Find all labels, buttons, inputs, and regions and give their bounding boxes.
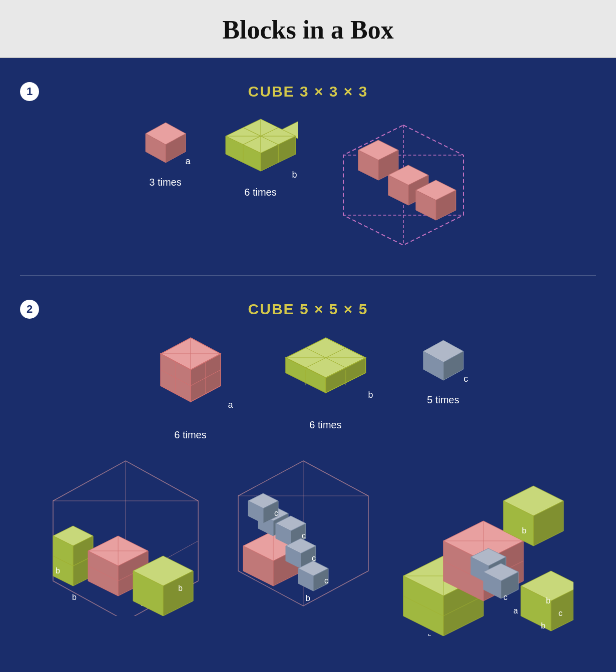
svg-text:c: c [274, 509, 278, 517]
section2-block-a-svg: a [146, 333, 236, 425]
section2-c-letter: c [464, 374, 468, 384]
block-b-letter: b [292, 170, 297, 180]
section1-block-a: a 3 times [138, 115, 193, 188]
section1-block-a-svg: a [138, 115, 193, 173]
svg-text:c: c [558, 609, 562, 617]
section1-block-b-svg: b [223, 115, 298, 183]
section2-block-b-count: 6 times [309, 419, 341, 431]
assembly-1: b b a [43, 456, 208, 618]
page-title: Blocks in a Box [10, 15, 606, 45]
main-content: 1 CUBE 3 × 3 × 3 a 3 t [0, 58, 616, 672]
section1-title: CUBE 3 × 3 × 3 [20, 83, 596, 100]
section1-block-b-count: 6 times [244, 187, 276, 198]
page-header: Blocks in a Box [0, 0, 616, 58]
section1-block-b: b 6 times [223, 115, 298, 198]
section2-block-a: a 6 times [146, 333, 236, 441]
svg-text:b: b [541, 621, 545, 630]
section2-bottom-row: b b a [20, 456, 596, 638]
svg-text:c: c [503, 593, 507, 601]
svg-text:b: b [306, 594, 310, 602]
section2-block-b: b 6 times [276, 333, 376, 431]
svg-text:b: b [546, 596, 550, 605]
section2-block-a-count: 6 times [174, 429, 206, 441]
section2-block-c: c 5 times [416, 333, 471, 406]
section2-a-letter: a [228, 400, 233, 410]
svg-text:b: b [522, 526, 526, 535]
section2-block-c-count: 5 times [427, 394, 459, 406]
svg-text:b: b [72, 593, 77, 601]
section-number-1: 1 [20, 82, 39, 101]
section-number-2: 2 [20, 300, 39, 319]
section2-title: CUBE 5 × 5 × 5 [20, 301, 596, 318]
section2-b-letter: b [368, 390, 373, 400]
section-1: 1 CUBE 3 × 3 × 3 a 3 t [20, 73, 596, 270]
svg-text:b: b [56, 566, 60, 575]
section2-top-row: a 6 times [20, 333, 596, 441]
svg-text:b: b [427, 633, 432, 636]
section2-block-c-svg: c [416, 333, 471, 390]
svg-text:b: b [178, 584, 183, 592]
section-2: 2 CUBE 5 × 5 × 5 [20, 291, 596, 653]
assembly-3: b a a [398, 456, 573, 638]
section2-block-b-svg: b [276, 333, 376, 415]
section1-cube-assembly [328, 115, 478, 255]
section1-blocks-row: a 3 times [20, 115, 596, 255]
svg-text:a: a [513, 606, 518, 615]
assembly-2: b c c [228, 456, 378, 618]
svg-text:c: c [324, 576, 328, 585]
section-divider [20, 275, 596, 276]
section1-block-a-count: 3 times [149, 177, 181, 188]
svg-text:c: c [302, 531, 306, 540]
block-a-letter: a [185, 156, 190, 167]
